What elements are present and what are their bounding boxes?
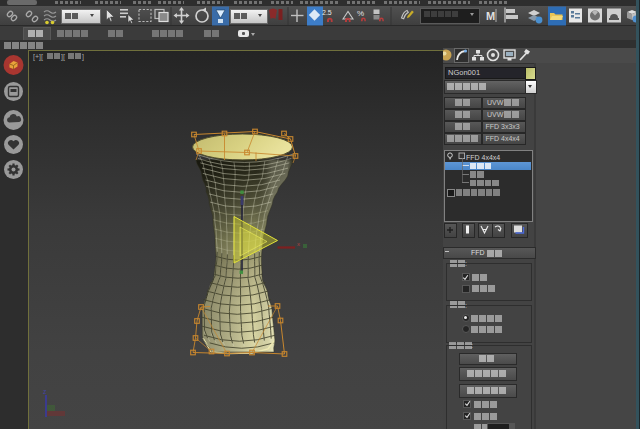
svg-text:x: x	[297, 241, 300, 247]
svg-text:z: z	[43, 388, 47, 395]
svg-text:2.5: 2.5	[322, 9, 332, 16]
svg-text:M: M	[486, 10, 495, 22]
svg-text:%: %	[357, 9, 364, 18]
